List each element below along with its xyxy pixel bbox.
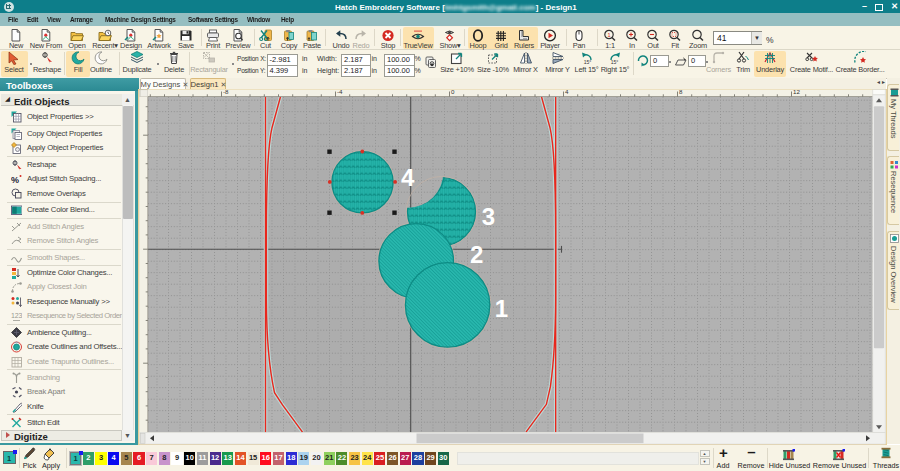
svg-text:1: 1 — [494, 296, 507, 323]
svg-text:15°: 15° — [611, 58, 619, 64]
svg-text:-4: -4 — [337, 89, 343, 96]
svg-text:1: 1 — [607, 32, 610, 38]
svg-text:4: 4 — [565, 89, 569, 96]
svg-text:15°: 15° — [583, 58, 591, 64]
svg-text:123: 123 — [11, 312, 22, 319]
svg-text:0: 0 — [451, 89, 455, 96]
svg-text:2: 2 — [470, 241, 483, 268]
svg-text:3: 3 — [481, 203, 494, 230]
svg-text:%: % — [11, 175, 19, 185]
svg-text:4: 4 — [401, 164, 415, 191]
svg-text:8: 8 — [679, 89, 683, 96]
svg-text:12: 12 — [793, 89, 800, 96]
svg-text:-8: -8 — [223, 89, 229, 96]
